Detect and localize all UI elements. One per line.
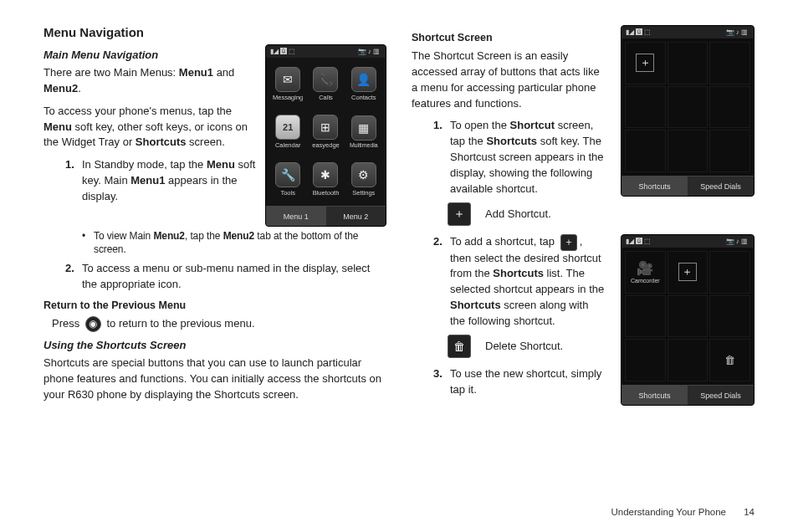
tab-shortcuts: Shortcuts <box>622 176 688 196</box>
delete-shortcut-legend: 🗑 Delete Shortcut. <box>445 335 606 358</box>
camcorder-icon: 🎥 <box>637 260 653 276</box>
easyedge-icon: ⊞ <box>313 115 338 140</box>
paragraph-shortcut-screen-intro: The Shortcut Screen is an easily accesse… <box>412 49 606 111</box>
contacts-icon: 👤 <box>351 67 376 92</box>
plus-icon: ＋ <box>448 202 471 226</box>
plus-icon-inline: ＋ <box>560 234 577 251</box>
phone-screenshot-shortcuts-empty: ▮◢🅶 ⬚ 📷 ♪ ▥ ＋ Shortcuts Speed Dials <box>621 25 755 197</box>
left-column: Menu Navigation Main Menu Navigation The… <box>43 25 386 477</box>
right-column: Shortcut Screen The Shortcut Screen is a… <box>412 25 755 477</box>
heading-return-previous-menu: Return to the Previous Menu <box>43 299 386 311</box>
heading-main-menu-navigation: Main Menu Navigation <box>43 49 257 61</box>
add-shortcut-cell: ＋ <box>636 54 654 72</box>
multimedia-icon: ▦ <box>351 115 376 141</box>
tools-icon: 🔧 <box>275 162 300 187</box>
step-2: To access a menu or sub-menu named in th… <box>65 261 386 293</box>
footer-section-title: Understanding Your Phone <box>611 507 726 517</box>
sc-step-3: To use the new shortcut, simply tap it. <box>433 366 606 398</box>
page-number: 14 <box>744 507 755 517</box>
phone-screenshot-main-menu: ▮◢🅶 ⬚ 📷 ♪ ▥ ✉Messaging 📞Calls 👤Contacts … <box>265 44 386 227</box>
calls-icon: 📞 <box>313 67 338 92</box>
paragraph-access-menus: To access your phone's menus, tap the Me… <box>43 104 257 151</box>
paragraph-press-return: Press ◉ to return to the previous menu. <box>52 316 386 332</box>
settings-icon: ⚙ <box>351 162 376 187</box>
back-button-icon: ◉ <box>85 316 101 332</box>
paragraph-two-main-menus: There are two Main Menus: Menu1 and Menu… <box>43 65 257 97</box>
calendar-icon: 21 <box>275 115 300 140</box>
phone-screenshot-shortcuts-added: ▮◢🅶 ⬚ 📷 ♪ ▥ 🎥 Camcorder ＋ 🗑 Shortcuts Sp… <box>621 234 755 406</box>
messaging-icon: ✉ <box>275 67 300 92</box>
heading-menu-navigation: Menu Navigation <box>43 25 386 39</box>
sc-step-1: To open the Shortcut screen, tap the Sho… <box>433 118 606 197</box>
trash-icon-cell: 🗑 <box>724 354 735 366</box>
trash-icon: 🗑 <box>448 335 471 358</box>
add-shortcut-cell-2: ＋ <box>678 263 697 281</box>
tab-menu2: Menu 2 <box>326 206 386 226</box>
add-shortcut-legend: ＋ Add Shortcut. <box>445 202 606 226</box>
paragraph-shortcuts-intro: Shortcuts are special buttons that you c… <box>43 356 386 403</box>
heading-using-shortcuts-screen: Using the Shortcuts Screen <box>43 339 386 351</box>
tab-menu1: Menu 1 <box>266 206 326 226</box>
sc-step-2: To add a shortcut, tap ＋, then select th… <box>433 234 606 330</box>
bluetooth-icon: ✱ <box>313 162 338 187</box>
page-footer: Understanding Your Phone 14 <box>611 507 755 517</box>
tab-speed-dials: Speed Dials <box>688 176 754 196</box>
tab-speed-dials-2: Speed Dials <box>688 385 754 405</box>
step-1: In Standby mode, tap the Menu soft key. … <box>65 157 257 205</box>
tab-shortcuts-2: Shortcuts <box>622 385 688 405</box>
substep-view-menu2: To view Main Menu2, tap the Menu2 tab at… <box>82 229 386 256</box>
heading-shortcut-screen: Shortcut Screen <box>412 32 606 43</box>
